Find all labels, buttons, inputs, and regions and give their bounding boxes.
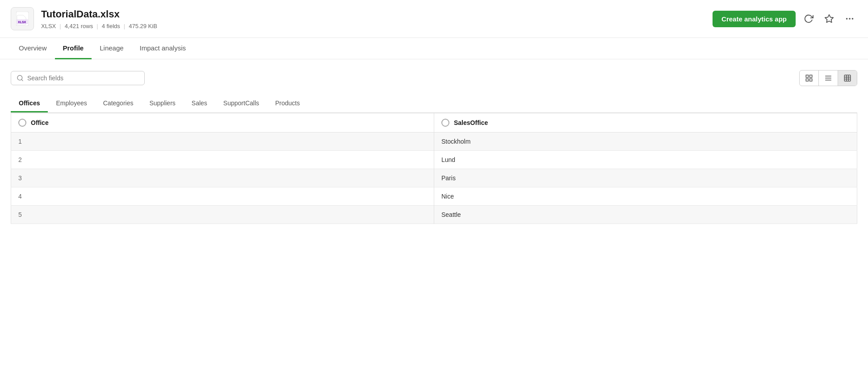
file-type: XLSX <box>41 23 56 29</box>
refresh-icon <box>804 14 813 24</box>
table-row: 2 Lund <box>11 151 857 169</box>
salesoffice-checkbox[interactable] <box>441 119 449 127</box>
tab-lineage[interactable]: Lineage <box>92 38 131 59</box>
more-button[interactable] <box>842 11 857 26</box>
col-header-salesoffice: SalesOffice <box>434 113 857 133</box>
file-icon: XLSX XLSX <box>11 7 34 30</box>
file-meta: XLSX | 4,421 rows | 4 fields | 475.29 Ki… <box>41 23 705 29</box>
svg-rect-12 <box>806 79 808 81</box>
file-rows: 4,421 rows <box>65 23 93 29</box>
star-icon <box>824 14 834 24</box>
meta-sep-1: | <box>59 23 61 29</box>
table-row: 3 Paris <box>11 169 857 187</box>
table-body: 1 Stockholm 2 Lund 3 Paris 4 Nice 5 Seat… <box>11 133 857 224</box>
svg-rect-17 <box>844 75 851 81</box>
list-view-button[interactable] <box>819 70 838 86</box>
list-icon <box>824 74 832 82</box>
row-salesoffice-5: Seattle <box>434 206 857 224</box>
svg-point-7 <box>852 18 853 19</box>
sheet-tab-offices[interactable]: Offices <box>11 95 48 112</box>
search-icon <box>17 75 24 82</box>
row-salesoffice-2: Lund <box>434 151 857 169</box>
create-analytics-button[interactable]: Create analytics app <box>713 11 796 27</box>
row-num-4: 4 <box>11 187 434 206</box>
row-num-3: 3 <box>11 169 434 187</box>
meta-sep-3: | <box>124 23 125 29</box>
sheet-tab-products[interactable]: Products <box>267 95 308 112</box>
col-label-salesoffice: SalesOffice <box>454 119 488 126</box>
file-size: 475.29 KiB <box>129 23 157 29</box>
content-area: Offices Employees Categories Suppliers S… <box>0 59 868 235</box>
search-box[interactable] <box>11 71 145 85</box>
svg-point-5 <box>847 18 847 19</box>
table-row: 5 Seattle <box>11 206 857 224</box>
sheet-tab-categories[interactable]: Categories <box>95 95 142 112</box>
row-num-2: 2 <box>11 151 434 169</box>
sheet-tab-suppliers[interactable]: Suppliers <box>141 95 183 112</box>
toolbar <box>11 70 857 86</box>
page-header: XLSX XLSX TutorialData.xlsx XLSX | 4,421… <box>0 0 868 38</box>
tab-profile[interactable]: Profile <box>55 38 92 59</box>
meta-sep-2: | <box>96 23 98 29</box>
sheet-tab-supportcalls[interactable]: SupportCalls <box>215 95 267 112</box>
file-fields: 4 fields <box>102 23 120 29</box>
table-row: 4 Nice <box>11 187 857 206</box>
row-salesoffice-3: Paris <box>434 169 857 187</box>
svg-marker-4 <box>825 15 833 22</box>
svg-text:XLSX: XLSX <box>18 21 26 24</box>
col-header-office: Office <box>11 113 434 133</box>
tab-impact[interactable]: Impact analysis <box>132 38 194 59</box>
grid-icon <box>805 74 813 82</box>
row-salesoffice-1: Stockholm <box>434 133 857 151</box>
table-view-button[interactable] <box>838 70 857 86</box>
sheet-tab-employees[interactable]: Employees <box>48 95 95 112</box>
svg-rect-11 <box>810 75 812 77</box>
sheet-tab-sales[interactable]: Sales <box>184 95 215 112</box>
svg-line-9 <box>21 79 23 81</box>
search-input[interactable] <box>27 75 139 82</box>
table-icon <box>843 74 851 82</box>
table-header-row: Office SalesOffice <box>11 113 857 133</box>
header-actions: Create analytics app <box>713 11 857 27</box>
svg-rect-13 <box>810 79 812 81</box>
file-info: TutorialData.xlsx XLSX | 4,421 rows | 4 … <box>41 8 705 29</box>
data-table: Office SalesOffice 1 Stockholm 2 Lund <box>11 113 857 224</box>
sheet-tabs: Offices Employees Categories Suppliers S… <box>11 95 857 113</box>
tab-overview[interactable]: Overview <box>11 38 55 59</box>
view-toggle <box>799 70 857 86</box>
table-row: 1 Stockholm <box>11 133 857 151</box>
svg-point-6 <box>849 18 850 19</box>
row-num-5: 5 <box>11 206 434 224</box>
row-salesoffice-4: Nice <box>434 187 857 206</box>
more-icon <box>845 14 855 24</box>
row-num-1: 1 <box>11 133 434 151</box>
main-tabs: Overview Profile Lineage Impact analysis <box>0 38 868 59</box>
office-checkbox[interactable] <box>18 119 26 127</box>
refresh-button[interactable] <box>801 11 816 26</box>
grid-view-button[interactable] <box>800 70 819 86</box>
star-button[interactable] <box>822 11 837 26</box>
file-title: TutorialData.xlsx <box>41 8 705 21</box>
svg-rect-10 <box>806 75 808 77</box>
col-label-office: Office <box>31 119 49 126</box>
